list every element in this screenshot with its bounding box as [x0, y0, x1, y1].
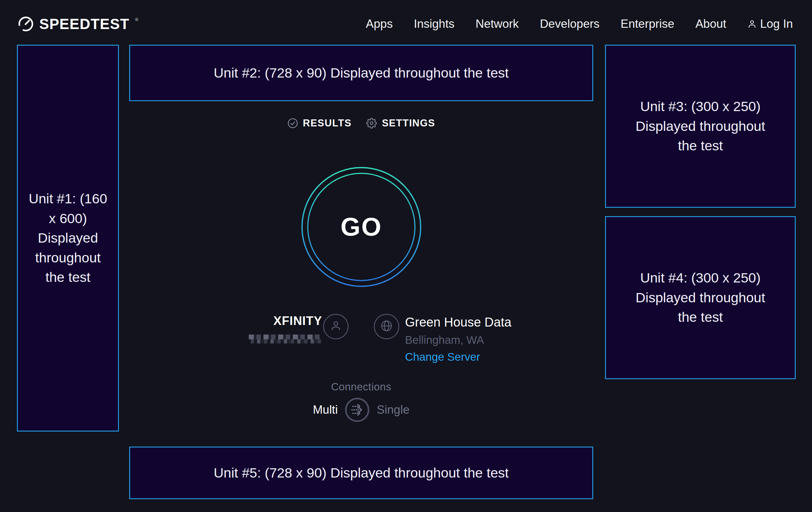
login-label: Log In	[760, 17, 793, 31]
check-circle-icon	[287, 118, 298, 129]
gear-icon	[366, 118, 377, 129]
connections-toggle-row: Multi Single	[129, 397, 593, 422]
nav-developers[interactable]: Developers	[540, 17, 600, 31]
tab-results-label: RESULTS	[303, 117, 352, 129]
results-settings-tabs: RESULTS SETTINGS	[129, 115, 593, 131]
nav-about[interactable]: About	[695, 17, 726, 31]
server-location: Bellingham, WA	[405, 333, 512, 346]
ad-unit-4: Unit #4: (300 x 250) Displayed throughou…	[605, 216, 796, 379]
top-nav-bar: SPEEDTEST® Apps Insights Network Develop…	[0, 0, 812, 48]
ad-unit-1-label: Unit #1: (160 x 600) Displayed throughou…	[26, 189, 110, 287]
ad-unit-5: Unit #5: (728 x 90) Displayed throughout…	[129, 447, 593, 499]
go-button-label: GO	[297, 163, 425, 291]
tab-settings[interactable]: SETTINGS	[366, 117, 435, 129]
speedtest-logo[interactable]: SPEEDTEST®	[18, 15, 138, 32]
speedtest-page: SPEEDTEST® Apps Insights Network Develop…	[0, 0, 812, 512]
person-icon	[329, 319, 343, 334]
nav-apps[interactable]: Apps	[366, 17, 393, 31]
ad-unit-2: Unit #2: (728 x 90) Displayed throughout…	[129, 45, 593, 101]
nav-insights[interactable]: Insights	[414, 17, 455, 31]
go-button[interactable]: GO	[297, 163, 425, 291]
isp-avatar	[323, 314, 349, 339]
ad-unit-2-label: Unit #2: (728 x 90) Displayed throughout…	[214, 63, 509, 83]
connections-toggle[interactable]	[345, 397, 370, 422]
server-globe-badge	[374, 314, 399, 339]
tab-results[interactable]: RESULTS	[287, 117, 352, 129]
nav-network[interactable]: Network	[475, 17, 519, 31]
user-icon	[747, 19, 757, 29]
connections-multi-option[interactable]: Multi	[313, 403, 338, 416]
server-info: Green House Data Bellingham, WA Change S…	[405, 315, 512, 363]
connections-label: Connections	[129, 381, 593, 393]
connections-single-option[interactable]: Single	[377, 403, 409, 416]
server-name: Green House Data	[405, 315, 512, 329]
ad-unit-3-label: Unit #3: (300 x 250) Displayed throughou…	[625, 97, 776, 156]
ad-unit-1: Unit #1: (160 x 600) Displayed throughou…	[17, 45, 119, 432]
ad-unit-5-label: Unit #5: (728 x 90) Displayed throughout…	[214, 463, 509, 483]
globe-icon	[379, 319, 394, 334]
isp-name: XFINITY	[223, 314, 322, 328]
isp-ip-redacted	[249, 334, 321, 344]
ad-unit-3: Unit #3: (300 x 250) Displayed throughou…	[605, 45, 796, 208]
logo-text: SPEEDTEST	[39, 15, 129, 32]
nav-enterprise[interactable]: Enterprise	[621, 17, 674, 31]
speedtest-gauge-icon	[18, 16, 34, 32]
main-nav: Apps Insights Network Developers Enterpr…	[366, 17, 793, 31]
ad-unit-4-label: Unit #4: (300 x 250) Displayed throughou…	[625, 268, 776, 327]
change-server-link[interactable]: Change Server	[405, 350, 512, 363]
logo-trademark: ®	[135, 17, 138, 22]
multi-connection-arrows-icon	[345, 397, 370, 422]
tab-settings-label: SETTINGS	[382, 117, 435, 129]
login-button[interactable]: Log In	[747, 17, 793, 31]
